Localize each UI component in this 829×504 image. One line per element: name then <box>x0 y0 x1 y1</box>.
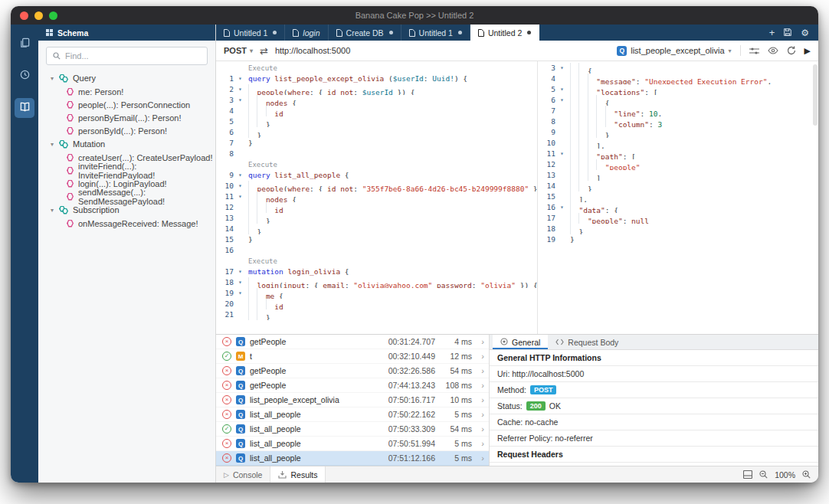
fold-icon[interactable]: ▾ <box>236 84 244 95</box>
indent-guide <box>588 127 596 138</box>
details-tab-request-body[interactable]: Request Body <box>548 335 626 349</box>
history-row-list-all-people[interactable]: ×Qlist_all_people07:50:51.9945 ms› <box>216 437 489 451</box>
indent-guide <box>596 116 605 127</box>
history-row-list-all-people[interactable]: ×Qlist_all_people07:51:12.1665 ms› <box>216 451 489 466</box>
code-text: people(where: { id_not: $userId }) { <box>244 84 414 95</box>
chevron-down-icon: ▾ <box>49 141 55 148</box>
fold-icon[interactable]: ▾ <box>236 170 244 181</box>
fold-icon[interactable]: ▾ <box>236 95 244 106</box>
code-text: ], <box>566 138 605 149</box>
indent-guide <box>248 181 257 191</box>
maximize-button[interactable] <box>49 11 57 20</box>
detail-text: Request Headers <box>497 450 563 459</box>
indent-guide <box>257 95 265 106</box>
panel-tab-console[interactable]: ▷Console <box>216 466 270 483</box>
gutter-spacer <box>236 234 244 245</box>
zoom-out-icon[interactable] <box>759 470 768 479</box>
tab-create-db[interactable]: Create DB <box>329 25 401 41</box>
code-line: 1▾query list_people_except_olivia ($user… <box>216 74 537 84</box>
tree-field-personbyid[interactable]: personById(...): Person! <box>38 124 215 137</box>
fold-icon[interactable]: ▾ <box>236 288 244 299</box>
fold-icon[interactable]: ▾ <box>558 149 566 159</box>
eye-icon[interactable] <box>768 47 778 54</box>
fold-icon[interactable]: ▾ <box>236 277 244 288</box>
results-icon <box>278 470 287 479</box>
tree-field-personbyemail[interactable]: personByEmail(...): Person! <box>38 111 215 124</box>
fold-icon[interactable]: ▾ <box>558 63 566 74</box>
scrollbar[interactable] <box>813 64 818 126</box>
details-tab-general[interactable]: General <box>493 335 548 349</box>
indent-guide <box>266 299 274 309</box>
gutter-spacer <box>558 170 566 181</box>
fold-icon[interactable]: ▾ <box>236 191 244 202</box>
refresh-icon[interactable] <box>787 46 796 55</box>
zoom-in-icon[interactable] <box>802 470 811 479</box>
tab-login[interactable]: login <box>285 25 328 41</box>
response-viewer[interactable]: 3▾{4"message": "Unexpected Execution Err… <box>538 61 818 334</box>
history-row-getpeople[interactable]: ×QgetPeople07:44:13.243108 ms› <box>216 378 489 393</box>
execute-lens[interactable]: Execute <box>248 257 277 265</box>
gutter-spacer <box>236 213 244 224</box>
find-box[interactable] <box>46 47 208 65</box>
new-tab-button[interactable]: + <box>769 28 775 38</box>
operation-select[interactable]: Q list_people_except_olivia ▾ <box>617 46 731 56</box>
run-button[interactable]: ▶ <box>804 46 811 56</box>
panel-tab-results[interactable]: Results <box>270 466 326 483</box>
indent-guide <box>266 202 274 213</box>
fold-icon[interactable]: ▾ <box>558 84 566 95</box>
document-icon <box>293 29 299 37</box>
history-row-t[interactable]: ✓Mt00:32:10.44912 ms› <box>216 349 489 364</box>
request-toolbar: POST ▾ ⇄ http://localhost:5000 Q list_pe… <box>216 41 818 61</box>
search-icon <box>53 49 61 63</box>
execute-lens[interactable]: Execute <box>248 64 277 72</box>
method-select[interactable]: POST ▾ <box>224 46 253 55</box>
swap-arrows-icon[interactable]: ⇄ <box>260 45 268 57</box>
history-row-list-people-except-olivia[interactable]: ×Qlist_people_except_olivia07:50:16.7171… <box>216 393 489 407</box>
code-text: } <box>244 224 261 234</box>
fold-icon[interactable]: ▾ <box>558 202 566 213</box>
code-text: id <box>244 299 283 309</box>
fold-icon[interactable]: ▾ <box>558 95 566 106</box>
fold-icon[interactable]: ▾ <box>236 74 244 84</box>
fold-icon[interactable]: ▾ <box>236 267 244 277</box>
tree-field-people[interactable]: people(...): PersonConnection <box>38 98 215 111</box>
indent-guide <box>588 116 596 127</box>
close-button[interactable] <box>20 11 28 20</box>
document-icon <box>336 29 342 37</box>
tab-untitled-1[interactable]: Untitled 1 <box>401 25 470 41</box>
line-number: 19 <box>538 234 558 245</box>
history-row-getpeople[interactable]: ×QgetPeople00:32:26.58654 ms› <box>216 364 489 378</box>
documents-rail-button[interactable] <box>15 34 34 54</box>
gear-icon[interactable]: ⚙ <box>801 28 809 38</box>
line-number: 14 <box>538 181 558 191</box>
history-rail-button[interactable] <box>15 66 34 86</box>
history-row-list-all-people[interactable]: ×Qlist_all_people07:50:22.1625 ms› <box>216 407 489 422</box>
query-editor[interactable]: Execute1▾query list_people_except_olivia… <box>216 61 538 334</box>
fold-icon[interactable]: ▾ <box>236 181 244 191</box>
unsaved-dot <box>458 31 462 34</box>
chevron-right-icon: › <box>477 366 484 375</box>
history-row-list-all-people[interactable]: ✓Qlist_all_people07:50:33.30954 ms› <box>216 422 489 437</box>
execute-lens[interactable]: Execute <box>248 161 277 169</box>
tree-field-onmessagereceived[interactable]: onMessageReceived: Message! <box>38 217 215 230</box>
find-input[interactable] <box>65 51 201 61</box>
tree-field-sendmessage[interactable]: sendMessage(...): SendMessagePayload! <box>38 190 215 203</box>
code-text: mutation login_olivia { <box>244 267 349 277</box>
url-field[interactable]: http://localhost:5000 <box>275 46 350 55</box>
toggle-panel-icon[interactable] <box>743 470 752 479</box>
code-text: } <box>244 138 253 149</box>
tab-untitled-2[interactable]: Untitled 2 <box>470 25 539 41</box>
sliders-icon[interactable] <box>749 47 759 55</box>
panel-tab-label: Results <box>290 470 317 479</box>
tree-field-me[interactable]: me: Person! <box>38 85 215 98</box>
schema-rail-button[interactable] <box>15 98 34 118</box>
minimize-button[interactable] <box>34 11 43 20</box>
history-row-getpeople[interactable]: ×QgetPeople00:31:24.7074 ms› <box>216 335 489 349</box>
indent-guide <box>570 74 578 84</box>
tree-group-mutation[interactable]: ▾Mutation <box>38 137 215 151</box>
tab-untitled-1[interactable]: Untitled 1 <box>216 25 285 41</box>
tree-group-query[interactable]: ▾Query <box>38 71 215 85</box>
tree-field-invitefriend[interactable]: inviteFriend(...): InviteFriendPayload! <box>38 164 215 177</box>
save-icon[interactable] <box>783 26 792 40</box>
indent-guide <box>570 138 578 149</box>
